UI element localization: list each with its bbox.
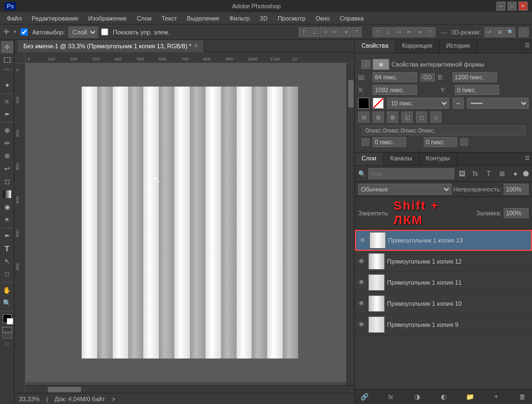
layer-kind-filter-icon[interactable]: 🖼 [456,168,468,179]
layer-visibility-4[interactable]: 👁 [357,320,366,329]
layer-filter-toggle[interactable] [523,171,529,176]
stroke-color-swatch[interactable] [358,98,369,109]
align-center-icon[interactable]: ⊞ [373,112,384,123]
marquee-tool[interactable] [1,54,13,66]
align-outside-icon[interactable]: ⊠ [387,112,398,123]
tab-paths[interactable]: Контуры [419,153,457,165]
layer-visibility-0[interactable]: 👁 [358,236,367,245]
x-input[interactable] [373,85,417,95]
b-input[interactable] [453,72,497,82]
close-button[interactable]: ✕ [519,2,528,11]
path-selection-tool[interactable]: ↖ [1,255,13,267]
autofill-checkbox[interactable] [21,28,28,36]
dist-bottom-icon[interactable]: ⊣ [394,27,404,37]
show-elements-checkbox[interactable] [101,28,108,36]
go-button[interactable]: GO [420,73,435,82]
dist-top-icon[interactable]: ⊤ [373,27,383,37]
stamp-tool[interactable]: ⊛ [1,150,13,162]
layer-text-icon[interactable]: T [483,168,494,179]
menu-help[interactable]: Справка [335,14,368,23]
menu-select[interactable]: Выделение [183,14,224,23]
3d-rotate-icon[interactable]: ↺ [484,27,494,37]
canvas-viewport[interactable]: ↖ [26,63,354,382]
screen-mode-icon[interactable]: □ [6,341,8,347]
menu-window[interactable]: Окно [311,14,334,23]
dist-left-icon[interactable]: ⊢ [404,27,414,37]
layer-item-3[interactable]: 👁 Прямоугольник 1 копия 10 [355,293,532,314]
gradient-tool[interactable] [1,188,13,200]
pad1-input[interactable] [373,137,406,147]
stroke-style-select[interactable]: ━━━ [467,98,529,109]
tab-properties[interactable]: Свойства [355,40,395,53]
adjustment-icon[interactable]: ◐ [439,392,449,402]
quickmask-mode-icon[interactable] [2,333,12,339]
fill-color-swatch[interactable] [373,98,384,109]
align-round-icon[interactable]: ◻ [416,112,427,123]
menu-edit[interactable]: Редактирование [27,14,83,23]
layer-smart-icon[interactable]: ⊞ [496,168,508,179]
minimize-button[interactable]: ─ [496,2,505,11]
layer-item-0[interactable]: 👁 Прямоугольник 1 копия 13 [355,230,532,251]
menu-image[interactable]: Изображение [84,14,131,23]
layer-visibility-3[interactable]: 👁 [357,299,366,308]
maximize-button[interactable]: □ [508,2,516,11]
layers-panel-menu[interactable]: ☰ [523,153,532,165]
magic-wand-tool[interactable]: ✦ [1,79,13,92]
align-bevel-icon[interactable]: ◇ [430,112,441,123]
status-arrow[interactable]: > [112,396,115,402]
menu-file[interactable]: Файл [2,14,26,23]
crop-tool[interactable]: ⌗ [1,95,13,108]
align-right-icon[interactable]: ⊤ [352,27,362,37]
zoom-tool[interactable]: 🔍 [1,297,13,309]
scrollbar-horizontal[interactable] [26,385,354,393]
layers-search-input[interactable] [371,170,451,177]
foreground-color[interactable] [3,314,12,323]
layer-item-1[interactable]: 👁 Прямоугольник 1 копия 12 [355,251,532,272]
blend-mode-select[interactable]: Обычные [358,184,451,195]
layer-fx-icon[interactable]: fx [470,168,481,179]
fx-icon[interactable]: fx [386,392,396,402]
heal-tool[interactable]: ⊕ [1,124,13,137]
menu-text[interactable]: Текст [157,14,182,23]
align-hcenter-icon[interactable]: ≡ [341,27,351,37]
layer-visibility-1[interactable]: 👁 [357,257,366,266]
options-more-icon[interactable]: ··· [441,28,448,37]
tab-close-button[interactable]: ✕ [194,43,198,49]
layers-search-box[interactable] [368,168,454,179]
layer-visibility-2[interactable]: 👁 [357,278,366,287]
align-inside-icon[interactable]: ⊟ [358,112,369,123]
standard-mode-icon[interactable] [2,327,12,332]
properties-panel-menu[interactable]: ☰ [523,40,532,53]
tab-channels[interactable]: Каналы [384,153,419,165]
layer-color-icon[interactable]: ● [510,168,521,179]
blur-tool[interactable]: ◉ [1,201,13,213]
menu-view[interactable]: Просмотр [273,14,310,23]
tab-history[interactable]: История [439,40,477,53]
add-mask-icon[interactable]: ◑ [412,392,422,402]
dist-right-icon[interactable]: ⊤ [425,27,435,37]
opacity-input[interactable] [504,184,529,195]
text-tool[interactable]: T [1,243,13,255]
dist-hcenter-icon[interactable]: ≡ [415,27,425,37]
scrollbar-vertical[interactable] [347,63,354,385]
align-corner-icon[interactable]: ◱ [401,112,413,123]
brush-tool[interactable]: ✏ [1,137,13,149]
tab-correction[interactable]: Коррекция [395,40,439,53]
tab-layers[interactable]: Слои [355,153,384,165]
align-top-icon[interactable]: ⊤ [299,27,309,37]
stroke-type-icon[interactable]: ━ [453,98,464,109]
delete-layer-icon[interactable]: 🗑 [518,392,528,402]
menu-layers[interactable]: Слои [132,14,156,23]
layer-item-2[interactable]: 👁 Прямоугольник 1 копия 11 [355,272,532,293]
group-icon[interactable]: 📁 [465,392,475,402]
autofill-select[interactable]: Слой [68,27,98,38]
eraser-tool[interactable]: ◻ [1,175,13,188]
link-layers-icon[interactable]: 🔗 [359,392,369,402]
move-tool[interactable]: ✛ [1,41,13,53]
eyedropper-tool[interactable]: ✒ [1,108,13,120]
layer-item-4[interactable]: 👁 Прямоугольник 1 копия 9 [355,314,532,335]
document-tab[interactable]: Без имени-1 @ 33,3% (Прямоугольник 1 коп… [18,40,204,52]
options-share-icon[interactable]: ↑ [519,27,529,37]
3d-zoom-icon[interactable]: 🔍 [505,27,515,37]
pad2-input[interactable] [424,137,457,147]
